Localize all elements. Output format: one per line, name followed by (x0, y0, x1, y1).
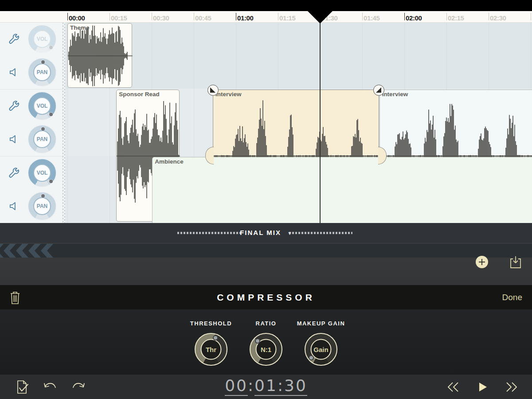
knob-indicator-dot (41, 60, 45, 64)
vol-knob[interactable]: VOL (27, 24, 57, 54)
pan-knob[interactable]: PAN (27, 58, 57, 87)
track-workspace: ThemeSponsor ReadInterviewInterviewAmbie… (0, 22, 532, 223)
skip-back-button[interactable] (445, 375, 462, 399)
knob-label: PAN (37, 69, 47, 75)
skip-forward-button[interactable] (503, 375, 520, 399)
waveform (153, 157, 532, 223)
status-bar (0, 0, 532, 11)
playhead-marker[interactable] (308, 11, 332, 23)
wrench-icon[interactable] (0, 166, 27, 180)
knob-label: VOL (37, 36, 48, 42)
ruler-tick-label: 01:15 (279, 14, 295, 22)
done-button[interactable]: Done (502, 293, 522, 302)
transport-bar: 00:01:30 (0, 375, 532, 399)
double-chevron-right-icon (504, 381, 519, 393)
compressor-panel: THRESHOLDThrRATION:1MAKEUP GAINGain (0, 309, 532, 375)
track-control-row: VOL (0, 22, 63, 55)
fade-out-handle[interactable] (373, 85, 384, 96)
track-controls-sidebar: VOLPANVOLPANVOLPAN (0, 22, 66, 223)
knob-label: VOL (37, 170, 48, 176)
knob-label: VOL (37, 103, 48, 109)
pan-knob[interactable]: PAN (27, 125, 57, 154)
ruler-tick-label: 00:45 (195, 14, 211, 22)
ruler-tick: 00:30 (152, 13, 152, 20)
wrench-icon[interactable] (0, 32, 27, 46)
speaker-icon[interactable] (0, 66, 27, 78)
waveform (68, 23, 133, 88)
knob-label: PAN (37, 203, 47, 209)
sidebar-drag-handle[interactable] (63, 22, 66, 223)
knob-indicator-dot (49, 180, 53, 183)
effect-title: COMPRESSOR (0, 292, 532, 303)
play-icon (478, 382, 487, 392)
ruler-tick: 01:15 (278, 13, 278, 20)
knob-value-label: N:1 (261, 346, 271, 353)
clip-pool (0, 243, 532, 285)
knob-indicator-dot (213, 335, 218, 340)
knob-value-label: Thr (206, 346, 216, 353)
track-control-row: PAN (0, 190, 63, 223)
ruler-tick: 00:45 (194, 13, 194, 20)
knob-indicator-dot (41, 127, 45, 131)
ruler-tick: 00:15 (110, 13, 110, 20)
ruler-tick-label: 01:45 (364, 14, 379, 22)
compressor-header: COMPRESSOR Done (0, 285, 532, 309)
clip-label: Ambience (155, 158, 184, 165)
compressor-knob-group: MAKEUP GAINGain (288, 320, 354, 366)
clip-label: Interview (382, 91, 408, 98)
timeline-area[interactable]: ThemeSponsor ReadInterviewInterviewAmbie… (66, 22, 532, 223)
clip-label: Interview (215, 91, 242, 98)
speaker-icon[interactable] (0, 133, 27, 145)
knob-label: PAN (37, 136, 47, 142)
ruler-tick-label: 00:15 (111, 14, 127, 22)
ruler-tick-label: 02:30 (490, 14, 506, 22)
clip-label: Theme (70, 24, 90, 31)
audio-clip[interactable]: Ambience (152, 157, 532, 223)
ruler-tick: 02:30 (489, 13, 489, 20)
ruler-tick: 02:15 (446, 13, 447, 20)
timeline-ruler[interactable]: 00:0000:1500:3000:4501:0001:1501:3001:45… (0, 11, 532, 23)
knob-indicator-dot (49, 46, 53, 49)
scroll-chevrons (0, 244, 532, 258)
ruler-tick: 02:45 (531, 13, 531, 20)
import-button[interactable] (509, 255, 523, 270)
pan-knob[interactable]: PAN (27, 192, 57, 221)
final-mix-selector[interactable]: FINAL MIX▼ (0, 229, 532, 236)
vol-knob[interactable]: VOL (27, 158, 57, 188)
ruler-tick-label: 00:00 (69, 14, 85, 22)
vol-knob[interactable]: VOL (27, 91, 57, 121)
ruler-tick: 01:00 (236, 13, 236, 20)
double-chevron-left-icon (446, 381, 461, 393)
rewind-chevron-icon (0, 244, 58, 258)
ratio-knob[interactable]: N:1 (250, 333, 282, 366)
threshold-knob[interactable]: Thr (195, 333, 227, 366)
ruler-tick-label: 02:15 (448, 14, 464, 22)
ruler-tick-label: 00:30 (153, 14, 169, 22)
ruler-tick: 02:00 (404, 13, 405, 20)
knob-indicator-dot (309, 355, 314, 360)
track-control-row: VOL (0, 156, 63, 189)
playhead-line[interactable] (320, 22, 321, 223)
track-control-row: PAN (0, 123, 63, 156)
final-mix-bar: FINAL MIX▼ (0, 223, 532, 243)
speaker-icon[interactable] (0, 200, 27, 212)
knob-indicator-dot (41, 194, 45, 198)
ruler-tick: 01:45 (362, 13, 363, 20)
ruler-tick: 00:00 (67, 13, 68, 20)
track-lane[interactable] (66, 22, 532, 89)
knob-value-label: Gain (313, 346, 328, 353)
track-control-row: VOL (0, 89, 63, 122)
add-button[interactable] (476, 256, 488, 268)
track-control-row: PAN (0, 56, 63, 90)
ruler-tick-label: 01:00 (237, 14, 253, 22)
fade-in-handle[interactable] (207, 85, 219, 96)
chevron-down-icon: ▼ (287, 231, 292, 236)
wrench-icon[interactable] (0, 99, 27, 113)
clip-label: Sponsor Read (119, 91, 160, 98)
play-button[interactable] (475, 375, 490, 399)
audio-clip[interactable]: Theme (67, 23, 132, 88)
makeup-gain-knob[interactable]: Gain (305, 333, 337, 366)
audio-editor-app: 00:0000:1500:3000:4501:0001:1501:3001:45… (0, 0, 532, 399)
knob-indicator-dot (49, 113, 53, 116)
knob-title: MAKEUP GAIN (288, 320, 354, 327)
